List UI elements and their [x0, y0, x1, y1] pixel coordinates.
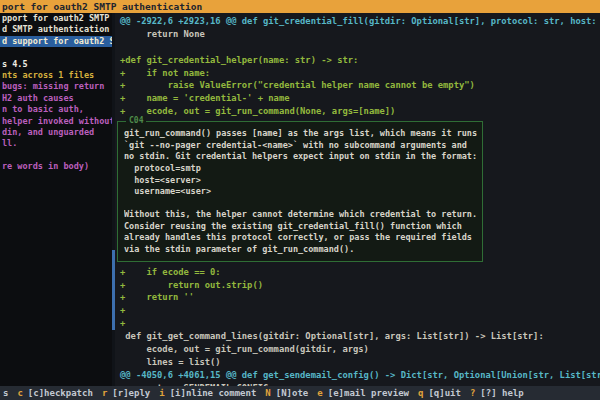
statusbar-action-inline-comment[interactable]: i[i]nline comment: [159, 386, 256, 400]
statusbar-action-quit[interactable]: q[q]uit: [418, 386, 461, 400]
statusbar-action-checkpatch[interactable]: c[c]heckpatch: [17, 386, 92, 400]
comment-text-line: username=<user>: [124, 186, 477, 198]
sidebar-item: H2 auth causes: [0, 93, 112, 104]
sidebar-blank-row: [0, 47, 112, 58]
diff-added-line: + if not name:: [115, 67, 600, 80]
diff-added-line: + ecode, out = git_run_command(None, arg…: [115, 105, 600, 118]
status-bar: s c[c]heckpatch r[r]eply i[i]nline comme…: [0, 386, 600, 400]
title-bar: port for oauth2 SMTP authentication: [0, 0, 600, 13]
comments-sidebar[interactable]: pport for oauth2 SMTP a d SMTP authentic…: [0, 13, 112, 386]
diff-added-line: +: [115, 317, 600, 330]
comment-id-badge: C04: [126, 116, 146, 126]
diff-pane[interactable]: @@ -2922,6 +2923,16 @@ def git_credentia…: [115, 13, 600, 386]
statusbar-action-email-preview[interactable]: e[e]mail preview: [317, 386, 409, 400]
diff-added-line: + return out.strip(): [115, 279, 600, 292]
sidebar-item: s 4.5: [0, 59, 112, 70]
sidebar-item-selected[interactable]: d support for oauth2 SM: [0, 36, 112, 47]
comment-text-line: Without this, the helper cannot determin…: [124, 209, 477, 221]
diff-added-line: + return '': [115, 291, 600, 304]
diff-hunk-header: @@ -4050,6 +4061,15 @@ def get_sendemail…: [115, 369, 600, 382]
comment-text-line: no stdin. Git credential helpers expect …: [124, 151, 477, 163]
statusbar-action-reply[interactable]: r[r]eply: [102, 386, 150, 400]
comment-text-line: host=<server>: [124, 175, 477, 187]
diff-context-line: return None: [115, 28, 600, 41]
diff-context-line: def git_get_command_lines(gitdir: Option…: [115, 330, 600, 343]
comment-text-line: via the stdin parameter of git_run_comma…: [124, 244, 477, 256]
diff-context-line: lines = list(): [115, 356, 600, 369]
sidebar-item: re words in body): [0, 161, 112, 172]
sidebar-item[interactable]: pport for oauth2 SMTP a: [0, 13, 112, 24]
comment-text-line: Consider reusing the existing git_creden…: [124, 221, 477, 233]
sidebar-item: ll.: [0, 138, 112, 149]
diff-context-line: ecode, out = git_run_command(gitdir, arg…: [115, 343, 600, 356]
diff-added-line: +def git_credential_helper(name: str) ->…: [115, 54, 600, 67]
diff-added-line: + raise ValueError("credential helper na…: [115, 79, 600, 92]
comment-text-line: already handles this protocol correctly,…: [124, 232, 477, 244]
comment-text-line: `git --no-pager credential-<name>` with …: [124, 140, 477, 152]
diff-added-line: + name = 'credential-' + name: [115, 92, 600, 105]
sidebar-blank-row: [0, 150, 112, 161]
diff-added-line: +: [115, 304, 600, 317]
sidebar-item[interactable]: d SMTP authentication m: [0, 24, 112, 35]
diff-added-line: + if ecode == 0:: [115, 266, 600, 279]
statusbar-fragment: s: [3, 386, 8, 400]
sidebar-item: bugs: missing return: [0, 81, 112, 92]
inline-comment-box[interactable]: C04 git_run_command() passes [name] as t…: [117, 121, 483, 262]
diff-blank-line: [115, 41, 600, 54]
comment-blank-line: [124, 198, 477, 210]
comment-text-line: protocol=smtp: [124, 163, 477, 175]
sidebar-item: helper invoked without: [0, 116, 112, 127]
statusbar-action-help[interactable]: ?[?] help: [470, 386, 524, 400]
sidebar-item: n to basic auth,: [0, 104, 112, 115]
sidebar-item: nts across 1 files: [0, 70, 112, 81]
comment-text-line: git_run_command() passes [name] as the a…: [124, 128, 477, 140]
sidebar-item: din, and unguarded: [0, 127, 112, 138]
statusbar-action-note[interactable]: N[N]ote: [265, 386, 308, 400]
diff-hunk-header: @@ -2922,6 +2923,16 @@ def git_credentia…: [115, 15, 600, 28]
